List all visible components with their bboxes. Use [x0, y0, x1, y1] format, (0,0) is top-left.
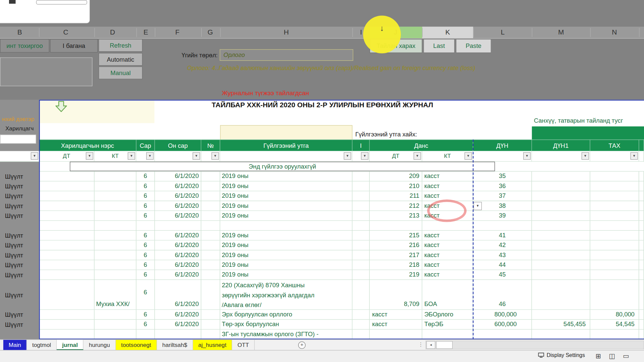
sheet-tab-jurnal[interactable]: jurnal [57, 340, 84, 350]
cell-dun1[interactable] [532, 270, 590, 280]
cell-i[interactable] [353, 320, 370, 329]
sheet-tab-tootsoonegt[interactable]: tootsoonegt [116, 340, 157, 350]
filter-dropdown[interactable]: ▼ [212, 152, 219, 160]
cell-onsar[interactable]: 6/1/2020 [155, 310, 201, 319]
cell-tax[interactable] [590, 329, 639, 339]
cell-dans_kt[interactable]: касст [422, 172, 473, 181]
cell-i[interactable] [353, 250, 370, 260]
cell-utga[interactable]: 2019 оны [220, 211, 352, 220]
cell-utga[interactable]: 2019 оны [220, 201, 352, 210]
cell-dun1[interactable]: 545,455 [532, 320, 590, 329]
cell-sar[interactable] [137, 329, 155, 339]
horizontal-scrollbar[interactable] [426, 341, 644, 349]
cell-onsar[interactable]: 6/1/2020 [155, 231, 201, 240]
cell-tax[interactable] [590, 260, 639, 269]
filter-dropdown[interactable]: ▼ [582, 152, 589, 160]
filter-cell-sar[interactable]: ▼ [137, 151, 155, 162]
cell-no[interactable] [201, 320, 220, 329]
cell-sar[interactable]: 6 [137, 270, 155, 280]
cell-name_dt[interactable] [39, 280, 94, 309]
cell-dans_kt[interactable]: ТөрЭБ [422, 320, 473, 329]
cell-name_dt[interactable] [39, 211, 94, 220]
header-cell-name[interactable]: Харилцагчын нэрс [39, 139, 136, 151]
search-cell[interactable] [220, 125, 352, 141]
cell-dun1[interactable] [532, 250, 590, 260]
filter-cell-dans-kt[interactable]: КТ ▼ [422, 151, 473, 162]
cell-name_dt[interactable] [39, 320, 94, 329]
cell-dun[interactable]: 43 [473, 250, 532, 260]
cell-dans_dt[interactable] [370, 329, 422, 339]
cell-name_dt[interactable] [39, 221, 94, 230]
print-settings-button[interactable]: инт тохиргоо [0, 39, 49, 52]
filter-cell-i[interactable]: ▼ [353, 151, 370, 162]
filter-cell-dans-dt[interactable]: ДТ ▼ [370, 151, 422, 162]
filter-dropdown[interactable]: ▼ [465, 152, 472, 160]
cell-name_kt[interactable]: Мухиа ХХК/ [95, 280, 137, 309]
filter-dropdown[interactable]: ▼ [344, 152, 351, 160]
cell-_fill[interactable] [639, 270, 644, 280]
header-cell-tax[interactable]: ТАХ [590, 139, 639, 151]
cell-name_kt[interactable] [95, 172, 137, 181]
cell-no[interactable] [201, 172, 220, 181]
cell-dun1[interactable] [532, 241, 590, 250]
last-button[interactable]: Last [423, 39, 454, 53]
cell-dans_kt[interactable]: БОА [422, 280, 473, 309]
cell-sar[interactable]: 6 [137, 181, 155, 191]
filter-dropdown[interactable]: ▼ [128, 152, 135, 160]
cell-name_kt[interactable] [95, 320, 137, 329]
cell-tax[interactable] [590, 280, 639, 309]
cell-name_kt[interactable] [95, 231, 137, 240]
filter-dropdown[interactable]: ▼ [86, 152, 93, 160]
column-letter-C[interactable]: C [63, 27, 68, 38]
cell-name_dt[interactable] [39, 201, 94, 210]
cell-_fill[interactable] [639, 191, 644, 201]
cell-no[interactable] [201, 260, 220, 269]
cell-dans_kt[interactable]: касст [422, 201, 473, 210]
cell-dun[interactable]: 39 [473, 211, 532, 220]
scroll-left-button[interactable]: ◂ [426, 341, 435, 349]
cell-name_kt[interactable] [95, 310, 137, 319]
partner-input-cell[interactable] [0, 135, 36, 144]
cell-tax[interactable] [590, 231, 639, 240]
cell-dun[interactable]: 44 [473, 260, 532, 269]
cell-dun1[interactable] [532, 211, 590, 220]
cell-dans_kt[interactable]: касст [422, 191, 473, 201]
cell-_fill[interactable] [639, 250, 644, 260]
cell-dun[interactable]: 41 [473, 231, 532, 240]
sheet-tab-Main[interactable]: Main [3, 340, 27, 350]
cell-no[interactable] [201, 241, 220, 250]
cell-dun[interactable]: 35 [473, 172, 532, 181]
cell-name_kt[interactable] [95, 329, 137, 339]
cell-i[interactable] [353, 221, 370, 230]
header-cell-utga[interactable]: Гүйлгээний утга [220, 139, 352, 151]
cell-i[interactable] [353, 172, 370, 181]
cell-onsar[interactable]: 6/1/2020 [155, 241, 201, 250]
cell-utga[interactable] [220, 221, 352, 230]
cell-_fill[interactable] [639, 329, 644, 339]
column-letter-J[interactable]: J [394, 27, 397, 38]
cell-utga[interactable]: 2019 оны [220, 241, 352, 250]
cell-dun[interactable]: 36 [473, 181, 532, 191]
cell-name_kt[interactable] [95, 221, 137, 230]
filter-dropdown[interactable]: ▼ [631, 152, 638, 160]
column-letter-I[interactable]: I [360, 27, 362, 38]
cell-no[interactable] [201, 310, 220, 319]
cell-name_dt[interactable] [39, 270, 94, 280]
filter-dropdown[interactable]: ▼ [361, 152, 368, 160]
cell-utga[interactable]: Төр-эрх борлуулсан [220, 320, 352, 329]
cell-tax[interactable] [590, 211, 639, 220]
header-cell-dun[interactable]: ДҮН [473, 139, 532, 151]
header-cell-dans[interactable]: Данс [370, 139, 473, 151]
cell-dun1[interactable] [532, 260, 590, 269]
cell-name_dt[interactable] [39, 310, 94, 319]
filter-cell-onsar[interactable]: ▼ [155, 151, 201, 162]
cell-onsar[interactable]: 6/1/2020 [155, 201, 201, 210]
cell-no[interactable] [201, 280, 220, 309]
cell-tax[interactable] [590, 191, 639, 201]
cell-name_kt[interactable] [95, 250, 137, 260]
cell-i[interactable] [353, 211, 370, 220]
filter-dropdown[interactable]: ▼ [146, 152, 154, 160]
cell-name_kt[interactable] [95, 181, 137, 191]
cell-utga[interactable]: 2019 оны [220, 250, 352, 260]
cell-onsar[interactable]: 6/1/2020 [155, 250, 201, 260]
